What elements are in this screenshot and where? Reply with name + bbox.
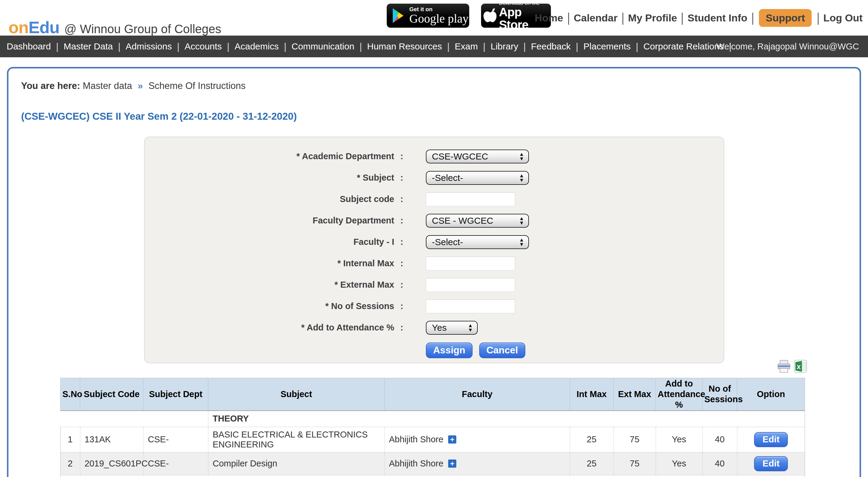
col-option: Option (737, 378, 805, 411)
breadcrumb: You are here: Master data » Scheme Of In… (21, 81, 246, 91)
row-int-max: 25 (570, 427, 614, 452)
edit-button[interactable]: Edit (754, 432, 788, 447)
faculty-department-value: CSE - WGCEC (432, 216, 493, 226)
google-play-triangle-icon (387, 6, 409, 25)
google-play-line1: Get it on (409, 6, 469, 12)
add-to-attendance-select[interactable]: Yes▲▼ (426, 321, 478, 335)
row-attendance: Yes (656, 427, 703, 452)
link-home[interactable]: Home (535, 12, 563, 24)
link-support[interactable]: Support (759, 9, 811, 27)
main-navbar: Dashboard | Master Data | Admissions | A… (0, 36, 868, 57)
header-separator: | (751, 10, 754, 25)
subject-code-input[interactable] (426, 192, 515, 206)
nav-separator: | (118, 41, 120, 52)
form-row-faculty-department: Faculty Department : CSE - WGCEC▲▼ (145, 210, 724, 231)
link-my-profile[interactable]: My Profile (628, 12, 677, 24)
print-icon[interactable] (777, 360, 791, 373)
nav-separator: | (447, 41, 450, 52)
plus-icon[interactable]: + (448, 459, 456, 468)
logo-on: on (8, 18, 28, 37)
header-links: Home | Calendar | My Profile | Student I… (535, 0, 863, 36)
link-log-out[interactable]: Log Out (824, 12, 863, 24)
col-add-to-attendance: Add to Attendance % (656, 378, 703, 411)
row-subject: BASIC ELECTRICAL & ELECTRONICS ENGINEERI… (208, 427, 384, 452)
add-to-attendance-label: * Add to Attendance % (145, 323, 394, 333)
table-row: 2 2019_CS601PC CSE- Compiler Design Abhi… (61, 452, 805, 475)
faculty-1-value: -Select- (432, 237, 463, 247)
faculty-department-select[interactable]: CSE - WGCEC▲▼ (426, 214, 529, 228)
nav-separator: | (284, 41, 286, 52)
no-of-sessions-label: * No of Sessions (145, 301, 394, 311)
colon: : (394, 194, 409, 204)
nav-exam[interactable]: Exam (455, 41, 478, 52)
row-subject: Compiler Design (208, 452, 384, 475)
faculty-department-label: Faculty Department (145, 216, 394, 226)
nav-accounts[interactable]: Accounts (184, 41, 221, 52)
nav-academics[interactable]: Academics (235, 41, 279, 52)
assign-button[interactable]: Assign (426, 342, 472, 358)
subject-select[interactable]: -Select-▲▼ (426, 171, 529, 185)
nav-feedback[interactable]: Feedback (531, 41, 571, 52)
faculty-name: Abhijith Shore (389, 458, 444, 469)
page-title: (CSE-WGCEC) CSE II Year Sem 2 (22-01-202… (21, 111, 297, 122)
row-sessions: 40 (703, 452, 737, 475)
nav-dashboard[interactable]: Dashboard (7, 41, 51, 52)
subject-code-label: Subject code (145, 194, 394, 204)
academic-department-select[interactable]: CSE-WGCEC▲▼ (426, 150, 529, 163)
form-row-internal-max: * Internal Max : (145, 253, 724, 274)
row-faculty: Abhijith Shore+ (384, 427, 570, 452)
header-separator: | (622, 10, 624, 25)
row-subject-code: 2019_CS601PC (80, 452, 144, 475)
select-arrows-icon: ▲▼ (519, 152, 524, 161)
breadcrumb-current: Scheme Of Instructions (149, 81, 246, 91)
google-play-line2: Google play (409, 12, 469, 25)
select-arrows-icon: ▲▼ (468, 323, 473, 332)
nav-communication[interactable]: Communication (291, 41, 354, 52)
brand-suffix: @ Winnou Group of Colleges (64, 22, 221, 36)
table-row-partial (61, 475, 805, 477)
breadcrumb-master-data[interactable]: Master data (83, 81, 132, 91)
cancel-button[interactable]: Cancel (479, 342, 525, 358)
external-max-input[interactable] (426, 278, 515, 292)
breadcrumb-prefix: You are here: (21, 81, 80, 91)
google-play-badge[interactable]: Get it on Google play (387, 4, 469, 28)
nav-master-data[interactable]: Master Data (64, 41, 113, 52)
col-int-max: Int Max (570, 378, 614, 411)
link-calendar[interactable]: Calendar (574, 12, 618, 24)
apple-icon (481, 7, 499, 24)
row-int-max: 25 (570, 452, 614, 475)
academic-department-label: * Academic Department (145, 151, 394, 161)
colon: : (394, 216, 409, 226)
no-of-sessions-input[interactable] (426, 299, 515, 313)
plus-icon[interactable]: + (448, 436, 456, 444)
nav-separator: | (523, 41, 526, 52)
excel-icon[interactable]: x (794, 360, 807, 373)
nav-separator: | (483, 41, 485, 52)
nav-separator: | (636, 41, 638, 52)
internal-max-input[interactable] (426, 257, 515, 270)
colon: : (394, 323, 409, 333)
form-row-subject: * Subject : -Select-▲▼ (145, 167, 724, 188)
select-arrows-icon: ▲▼ (519, 173, 524, 182)
form-row-external-max: * External Max : (145, 274, 724, 296)
faculty-1-select[interactable]: -Select-▲▼ (426, 235, 529, 249)
link-student-info[interactable]: Student Info (687, 12, 747, 24)
edit-button[interactable]: Edit (754, 456, 788, 471)
svg-text:x: x (797, 362, 801, 370)
section-label: THEORY (208, 411, 384, 427)
internal-max-label: * Internal Max (145, 259, 394, 268)
nav-human-resources[interactable]: Human Resources (367, 41, 442, 52)
content-container: You are here: Master data » Scheme Of In… (7, 67, 861, 477)
nav-placements[interactable]: Placements (584, 41, 631, 52)
header-separator: | (681, 10, 684, 25)
form-buttons: Assign Cancel (426, 342, 724, 358)
col-subject: Subject (208, 378, 384, 411)
nav-library[interactable]: Library (491, 41, 518, 52)
header-separator: | (567, 10, 569, 25)
colon: : (394, 280, 409, 290)
form-row-no-of-sessions: * No of Sessions : (145, 296, 724, 317)
nav-corporate-relations[interactable]: Corporate Relations (644, 41, 724, 52)
nav-admissions[interactable]: Admissions (126, 41, 172, 52)
scheme-form-panel: * Academic Department : CSE-WGCEC▲▼ * Su… (144, 137, 724, 363)
subject-label: * Subject (145, 173, 394, 183)
